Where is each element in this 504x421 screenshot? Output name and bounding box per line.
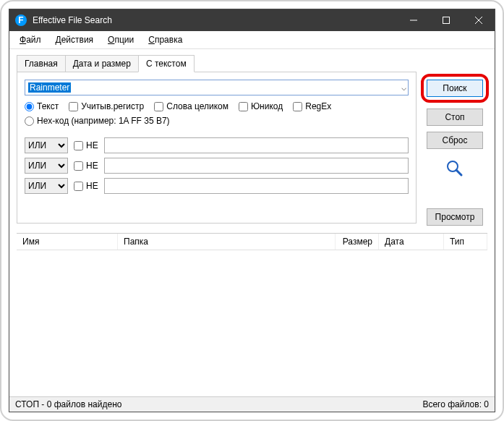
app-icon-letter: F (18, 15, 23, 25)
cond-not-2-label: НЕ (86, 161, 98, 171)
content-area: Главная Дата и размер С текстом Rainmete… (9, 49, 495, 412)
condition-row-3: ИЛИ НЕ (25, 178, 409, 194)
menu-file[interactable]: Файл (14, 33, 47, 46)
menubar: Файл Действия Опции Справка (9, 31, 495, 49)
cond-not-3-input[interactable] (74, 182, 83, 191)
reset-button[interactable]: Сброс (427, 132, 483, 149)
radio-hex[interactable]: Hex-код (например: 1A FF 35 B7) (25, 116, 170, 126)
tab-date-size[interactable]: Дата и размер (65, 55, 139, 72)
col-folder[interactable]: Папка (118, 234, 336, 250)
text-options-row: Текст Учитыв.регистр Слова целиком Юнико… (25, 101, 409, 111)
cb-case-input[interactable] (69, 102, 78, 111)
cb-regex-input[interactable] (293, 102, 302, 111)
menu-options[interactable]: Опции (102, 33, 140, 46)
radio-text-input[interactable] (25, 102, 34, 111)
chevron-down-icon[interactable]: ⌵ (401, 82, 406, 93)
search-button-highlight: Поиск (421, 74, 489, 103)
cond-op-2[interactable]: ИЛИ (25, 158, 68, 174)
radio-hex-label: Hex-код (например: 1A FF 35 B7) (37, 116, 170, 126)
status-right: Всего файлов: 0 (422, 399, 489, 409)
condition-row-1: ИЛИ НЕ (25, 137, 409, 153)
minimize-button[interactable] (397, 9, 430, 31)
titlebar: F Effective File Search (9, 9, 495, 31)
preview-button[interactable]: Просмотр (427, 208, 483, 226)
app-icon: F (15, 14, 27, 26)
tab-area: Главная Дата и размер С текстом Rainmete… (17, 55, 417, 226)
radio-text-label: Текст (37, 101, 59, 111)
cond-not-2[interactable]: НЕ (74, 161, 98, 171)
menu-help[interactable]: Справка (142, 33, 188, 46)
tab-body: Rainmeter ⌵ Текст Учитыв.регистр Слова ц… (17, 72, 417, 224)
condition-row-2: ИЛИ НЕ (25, 158, 409, 174)
results-header: Имя Папка Размер Дата Тип (17, 234, 487, 250)
cb-unicode-input[interactable] (239, 102, 248, 111)
results-body[interactable] (17, 250, 487, 396)
tab-with-text[interactable]: С текстом (138, 55, 195, 72)
statusbar: СТОП - 0 файлов найдено Всего файлов: 0 (9, 396, 495, 412)
stop-button[interactable]: Стоп (427, 109, 483, 126)
cond-text-1[interactable] (104, 137, 409, 153)
cb-whole-input[interactable] (154, 102, 163, 111)
cond-text-2[interactable] (104, 158, 409, 174)
tab-strip: Главная Дата и размер С текстом (17, 55, 417, 72)
cond-not-1-label: НЕ (86, 140, 98, 150)
cb-whole[interactable]: Слова целиком (154, 101, 228, 111)
col-size[interactable]: Размер (336, 234, 379, 250)
cb-unicode-label: Юникод (251, 101, 283, 111)
menu-actions[interactable]: Действия (50, 33, 100, 46)
close-button[interactable] (462, 9, 495, 31)
cond-not-3[interactable]: НЕ (74, 181, 98, 191)
cb-whole-label: Слова целиком (166, 101, 228, 111)
cond-not-1[interactable]: НЕ (74, 140, 98, 150)
svg-rect-1 (443, 17, 449, 24)
svg-line-5 (456, 170, 461, 175)
cond-not-3-label: НЕ (86, 181, 98, 191)
cond-text-3[interactable] (104, 178, 409, 194)
search-text-combo[interactable]: Rainmeter ⌵ (25, 80, 409, 95)
search-text-value: Rainmeter (28, 82, 71, 93)
cb-case[interactable]: Учитыв.регистр (69, 101, 144, 111)
radio-hex-input[interactable] (25, 116, 34, 126)
status-left: СТОП - 0 файлов найдено (15, 399, 422, 409)
maximize-button[interactable] (430, 9, 462, 31)
search-button[interactable]: Поиск (427, 80, 483, 97)
cb-regex[interactable]: RegEx (293, 101, 331, 111)
col-name[interactable]: Имя (17, 234, 118, 250)
cb-case-label: Учитыв.регистр (81, 101, 144, 111)
col-date[interactable]: Дата (379, 234, 444, 250)
window-title: Effective File Search (33, 15, 397, 25)
app-window: F Effective File Search Файл Действия Оп… (9, 9, 495, 412)
results-list: Имя Папка Размер Дата Тип (17, 233, 487, 396)
col-type[interactable]: Тип (444, 234, 487, 250)
tab-main[interactable]: Главная (17, 55, 66, 72)
search-row: Rainmeter ⌵ (25, 80, 409, 95)
cond-not-1-input[interactable] (74, 141, 83, 150)
magnifier-icon[interactable] (445, 159, 464, 178)
radio-text[interactable]: Текст (25, 101, 59, 111)
cond-not-2-input[interactable] (74, 161, 83, 171)
screenshot-frame: F Effective File Search Файл Действия Оп… (0, 0, 504, 421)
cb-regex-label: RegEx (305, 101, 331, 111)
cond-op-3[interactable]: ИЛИ (25, 178, 68, 194)
hex-row: Hex-код (например: 1A FF 35 B7) (25, 116, 409, 126)
cb-unicode[interactable]: Юникод (239, 101, 283, 111)
cond-op-1[interactable]: ИЛИ (25, 137, 68, 153)
side-buttons: Поиск Стоп Сброс Просмотр (422, 55, 487, 226)
upper-panel: Главная Дата и размер С текстом Rainmete… (9, 49, 495, 229)
